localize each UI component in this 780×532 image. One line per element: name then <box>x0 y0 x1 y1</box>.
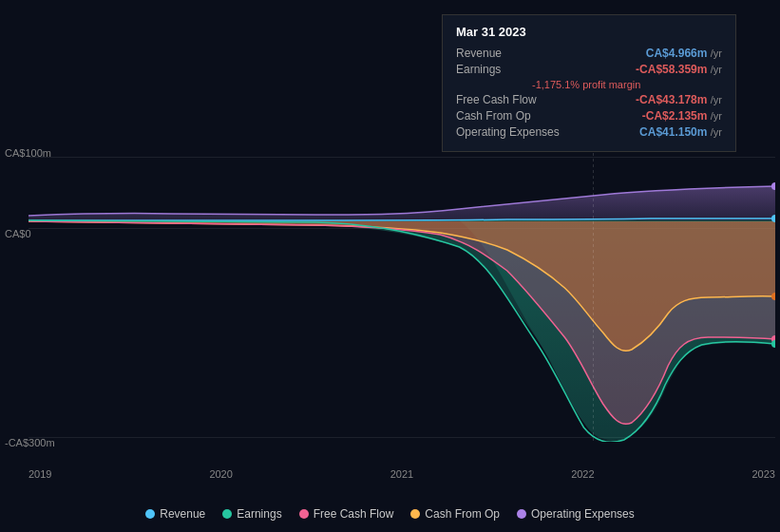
legend-item-opex[interactable]: Operating Expenses <box>517 507 635 521</box>
chart-legend: Revenue Earnings Free Cash Flow Cash Fro… <box>0 507 780 521</box>
tooltip-value-revenue: CA$4.966m /yr <box>646 47 722 60</box>
legend-dot-opex <box>517 509 526 519</box>
x-axis-labels: 2019 2020 2021 2022 2023 <box>29 465 775 480</box>
tooltip-row-fcf: Free Cash Flow -CA$43.178m /yr <box>456 93 722 106</box>
tooltip-label-revenue: Revenue <box>456 47 502 60</box>
legend-item-fcf[interactable]: Free Cash Flow <box>299 507 394 521</box>
legend-dot-fcf <box>299 509 309 519</box>
tooltip-value-cfo: -CA$2.135m /yr <box>642 109 722 123</box>
legend-dot-cfo <box>410 509 420 519</box>
legend-item-cfo[interactable]: Cash From Op <box>410 507 500 521</box>
legend-item-earnings[interactable]: Earnings <box>222 507 281 521</box>
x-label-2019: 2019 <box>29 468 51 480</box>
tooltip-row-earnings: Earnings -CA$58.359m /yr <box>456 63 722 76</box>
tooltip-value-opex: CA$41.150m /yr <box>639 125 722 139</box>
legend-label-opex: Operating Expenses <box>531 507 635 521</box>
tooltip-value-fcf: -CA$43.178m /yr <box>636 93 722 106</box>
legend-label-cfo: Cash From Op <box>425 507 500 521</box>
tooltip-label-earnings: Earnings <box>456 63 501 76</box>
tooltip-value-earnings: -CA$58.359m /yr <box>636 63 722 76</box>
legend-label-earnings: Earnings <box>237 507 281 521</box>
tooltip-row-revenue: Revenue CA$4.966m /yr <box>456 47 722 60</box>
chart-svg <box>29 147 775 442</box>
tooltip-row-opex: Operating Expenses CA$41.150m /yr <box>456 125 722 139</box>
data-tooltip: Mar 31 2023 Revenue CA$4.966m /yr Earnin… <box>442 14 736 152</box>
legend-dot-revenue <box>145 509 155 519</box>
legend-label-revenue: Revenue <box>160 507 205 521</box>
tooltip-label-cfo: Cash From Op <box>456 109 531 123</box>
tooltip-sub-earnings: -1,175.1% profit margin <box>456 79 722 90</box>
x-label-2023: 2023 <box>752 468 775 480</box>
legend-item-revenue[interactable]: Revenue <box>145 507 205 521</box>
tooltip-row-cfo: Cash From Op -CA$2.135m /yr <box>456 109 722 123</box>
x-label-2022: 2022 <box>571 468 594 480</box>
y-label-mid: CA$0 <box>5 228 31 239</box>
tooltip-label-fcf: Free Cash Flow <box>456 93 537 106</box>
tooltip-label-opex: Operating Expenses <box>456 125 560 139</box>
x-label-2020: 2020 <box>209 468 232 480</box>
legend-dot-earnings <box>222 509 232 519</box>
x-label-2021: 2021 <box>390 468 413 480</box>
legend-label-fcf: Free Cash Flow <box>314 507 394 521</box>
tooltip-title: Mar 31 2023 <box>456 25 722 39</box>
